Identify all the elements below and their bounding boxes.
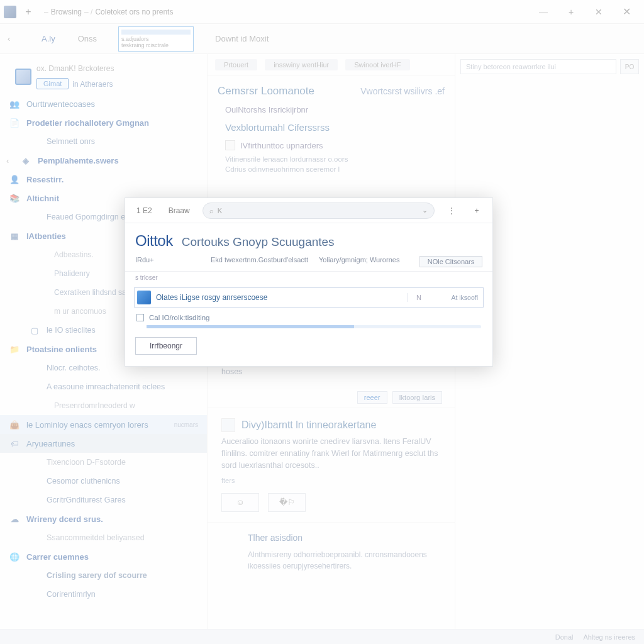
chevron-left-icon: ‹ — [6, 156, 14, 165]
checkbox-icon[interactable] — [136, 314, 144, 321]
feed-action-like[interactable]: ☺ — [221, 493, 259, 512]
modal-tab-b[interactable]: Braaw — [165, 204, 194, 218]
search-input[interactable]: Stiny betoreon reaworrkre ilui — [460, 59, 616, 74]
modal-add-button[interactable]: + — [469, 203, 485, 219]
blank-icon — [29, 211, 40, 223]
sidebar-item-24[interactable]: 🌐Carrer cuemnes — [0, 547, 207, 566]
sidebar-top-link[interactable]: in Atheraers — [72, 80, 113, 89]
content-line-2[interactable]: Vexblortumahl Ciferssrss — [208, 118, 455, 136]
modal-checkbox-row[interactable]: Cal IO/rolk:tisditing — [125, 310, 492, 325]
status-label-a: Donal — [555, 633, 574, 641]
modal-result-row[interactable]: Olates iLigse rosgy anrserscoese N At ik… — [134, 287, 484, 308]
back-chevron-icon[interactable]: ‹ — [8, 34, 20, 43]
ribbon-right-label[interactable]: Downt id Moxit — [214, 31, 270, 46]
sidebar-item-25[interactable]: Crisling sarery dof scourre — [0, 566, 207, 585]
tag-icon: 🏷 — [9, 438, 20, 449]
blank-icon — [29, 570, 40, 581]
modal-col-2[interactable]: Ekd twexertnm.Gostburd'elsactt — [211, 256, 313, 267]
sidebar-item-0[interactable]: 👥Ourttrwentecoases — [0, 94, 207, 113]
dropdown-icon[interactable]: ⌄ — [422, 206, 428, 214]
modal-column-headers: IRdu+ Ekd twexertnm.Gostburd'elsactt Yol… — [125, 253, 492, 272]
globe-icon: 🌐 — [9, 551, 20, 562]
sidebar-item-26[interactable]: Corirentimrlyn — [0, 585, 207, 604]
window-maximize-button[interactable]: + — [557, 3, 585, 21]
ribbon-thumb-line1: s.adjualors — [121, 36, 191, 42]
filter-chip-2[interactable]: insswiny wentHiur — [265, 59, 338, 70]
filter-chip-3[interactable]: Swinoot iverHF — [345, 59, 410, 70]
sidebar-item-23[interactable]: Ssancommeitdel beliyansed — [0, 528, 207, 547]
modal-row-end: At iksoofl — [430, 294, 480, 301]
modal-progress-bar — [147, 325, 481, 328]
sidebar-item-label: Prodetier riochallotery Gmgnan — [26, 118, 149, 128]
account-avatar[interactable] — [15, 69, 31, 85]
modal-confirm-button[interactable]: Irrfbeongr — [135, 337, 197, 355]
blank-icon — [29, 381, 40, 392]
sidebar-item-16[interactable]: PresenrdomrIneoderd w — [0, 396, 207, 415]
sidebar-item-3[interactable]: ‹◈Pempl/ahemte.swers — [0, 151, 207, 170]
window-restore-button[interactable]: ✕ — [585, 3, 613, 21]
sidebar-account-chip[interactable]: Gimat — [36, 78, 69, 89]
sidebar-item-19[interactable]: Tixencioon D-Fsotorde — [0, 453, 207, 472]
sidebar-item-label: GcritrGnditurest Gares — [47, 496, 126, 504]
filter-chip-row: Prtouert insswiny wentHiur Swinoot iverH… — [208, 54, 455, 76]
feed-item-2: Divy)Ibarntt ln tinneorakertane Aucerali… — [208, 408, 455, 521]
ribbon-tab-1[interactable]: A.ly — [40, 31, 57, 46]
sidebar-item-18[interactable]: 🏷Aryueartunes — [0, 434, 207, 453]
ribbon-tab-2[interactable]: Onss — [77, 31, 98, 46]
modal-col-4[interactable]: NOle Citsonars — [419, 256, 482, 267]
tab-title-prefix: Browsing — [51, 8, 82, 16]
group-avatar-icon — [137, 291, 151, 304]
blank-icon — [29, 362, 40, 374]
sidebar-item-17[interactable]: 👜le Lominloy enacs cemryon lorersnucmars — [0, 415, 207, 434]
modal-search-input[interactable]: ⌕ K ⌄ — [203, 203, 435, 219]
modal-more-button[interactable]: ⋮ — [443, 203, 460, 219]
blank-icon — [29, 457, 40, 468]
modal-col-1[interactable]: IRdu+ — [135, 256, 204, 267]
sidebar-item-label: Resestirr. — [26, 175, 64, 184]
search-go-button[interactable]: PO — [620, 59, 639, 74]
blank-icon — [36, 268, 48, 279]
pill-accent[interactable]: reeer — [357, 391, 387, 404]
sidebar-item-21[interactable]: GcritrGnditurest Gares — [0, 491, 207, 509]
doc-icon: 📄 — [9, 117, 20, 128]
blank-icon — [29, 589, 40, 600]
window-close-button[interactable]: ✕ — [613, 3, 640, 21]
new-tab-button[interactable]: + — [21, 5, 35, 19]
content-line-1[interactable]: OulNtorshs Irsrickijrbnr — [208, 101, 455, 118]
window-minimize-button[interactable]: — — [530, 3, 557, 21]
sidebar-item-label: Ptoatsine onlients — [26, 345, 97, 354]
sidebar-item-22[interactable]: ☁Wrireny dcerd srus. — [0, 509, 207, 528]
ribbon-thumb-line2: teskraing rcisctrale — [121, 42, 191, 48]
sidebar-item-2[interactable]: Selmnett onrs — [0, 132, 207, 151]
pill-plain[interactable]: Iktoorg Iaris — [392, 391, 442, 404]
sidebar-item-label: PresenrdomrIneoderd w — [54, 401, 135, 410]
blank-icon — [29, 475, 40, 487]
person-icon: 👤 — [9, 174, 20, 185]
status-label-b: Ahlteg ns ireeres — [583, 633, 635, 641]
sidebar-item-label: Ssancommeitdel beliyansed — [47, 533, 145, 542]
sidebar-item-4[interactable]: 👤Resestirr. — [0, 170, 207, 189]
content-small-2: Cdrius odinvneuohrirnon sceremor l — [208, 164, 455, 174]
search-icon: ⌕ — [209, 207, 214, 214]
sidebar-item-1[interactable]: 📄Prodetier riochallotery Gmgnan — [0, 113, 207, 132]
sidebar-item-label: m ur ancomuos — [54, 307, 106, 316]
blank-icon — [36, 400, 48, 411]
app-favicon — [4, 6, 16, 18]
modal-col-3[interactable]: Yoliary/gmnigm; Wurornes — [319, 256, 413, 267]
status-bar: Donal Ahlteg ns ireeres — [0, 629, 644, 644]
content-line-3[interactable]: IVfirthunttoc upnarders — [208, 136, 455, 154]
sidebar-item-20[interactable]: Cesomor cluthenicns — [0, 472, 207, 491]
people-icon: 👥 — [9, 98, 20, 109]
ribbon-preview-thumb[interactable]: s.adjualors teskraing rcisctrale — [118, 26, 194, 52]
filter-chip-1[interactable]: Prtouert — [215, 59, 257, 70]
modal-tab-a[interactable]: 1 E2 — [133, 204, 156, 218]
feed-action-share[interactable]: �ُ⚐ — [268, 493, 306, 512]
thread-body: Alnthmisreny odhorrieboeproanibl. cnrons… — [248, 549, 441, 572]
tab-title-suffix: Coletoket ors no prents — [95, 8, 173, 16]
sidebar-item-label: Adbeastins. — [54, 250, 94, 259]
sidebar-badge: nucmars — [174, 421, 198, 428]
blank-icon — [36, 287, 48, 298]
sidebar-item-15[interactable]: A easoune imreachatenerit eclees — [0, 377, 207, 396]
checkbox-icon[interactable] — [225, 140, 235, 150]
cloud-icon: ☁ — [9, 513, 20, 525]
